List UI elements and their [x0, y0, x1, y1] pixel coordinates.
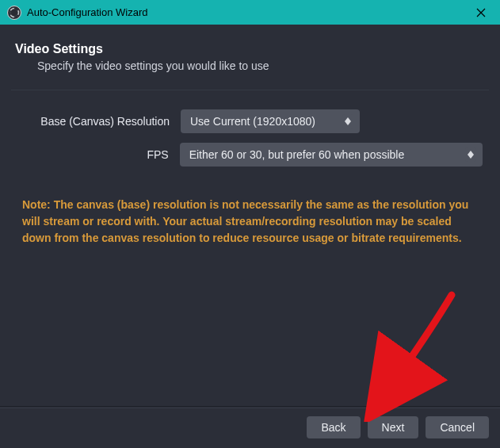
- select-fps-value: Either 60 or 30, but prefer 60 when poss…: [189, 148, 460, 161]
- window-title: Auto-Configuration Wizard: [27, 6, 468, 18]
- note-text: Note: The canvas (base) resolution is no…: [17, 197, 483, 247]
- select-resolution[interactable]: Use Current (1920x1080): [181, 109, 360, 133]
- spinner-icon: [465, 147, 476, 162]
- close-icon[interactable]: [468, 2, 494, 22]
- form-area: Base (Canvas) Resolution Use Current (19…: [11, 90, 489, 247]
- wizard-content: Video Settings Specify the video setting…: [0, 25, 500, 405]
- select-resolution-value: Use Current (1920x1080): [190, 115, 338, 128]
- select-fps[interactable]: Either 60 or 30, but prefer 60 when poss…: [180, 143, 483, 167]
- page-title: Video Settings: [15, 42, 485, 56]
- obs-icon: [6, 5, 22, 21]
- spinner-icon: [342, 114, 353, 128]
- page-subtitle: Specify the video settings you would lik…: [37, 59, 485, 72]
- titlebar: Auto-Configuration Wizard: [0, 0, 500, 25]
- label-resolution: Base (Canvas) Resolution: [17, 115, 181, 128]
- footer: Back Next Cancel: [0, 406, 500, 448]
- row-fps: FPS Either 60 or 30, but prefer 60 when …: [17, 143, 483, 167]
- row-resolution: Base (Canvas) Resolution Use Current (19…: [17, 109, 483, 133]
- label-fps: FPS: [17, 148, 180, 161]
- cancel-button[interactable]: Cancel: [426, 416, 489, 438]
- back-button[interactable]: Back: [307, 416, 360, 438]
- next-button[interactable]: Next: [368, 416, 419, 438]
- header-section: Video Settings Specify the video setting…: [11, 34, 489, 75]
